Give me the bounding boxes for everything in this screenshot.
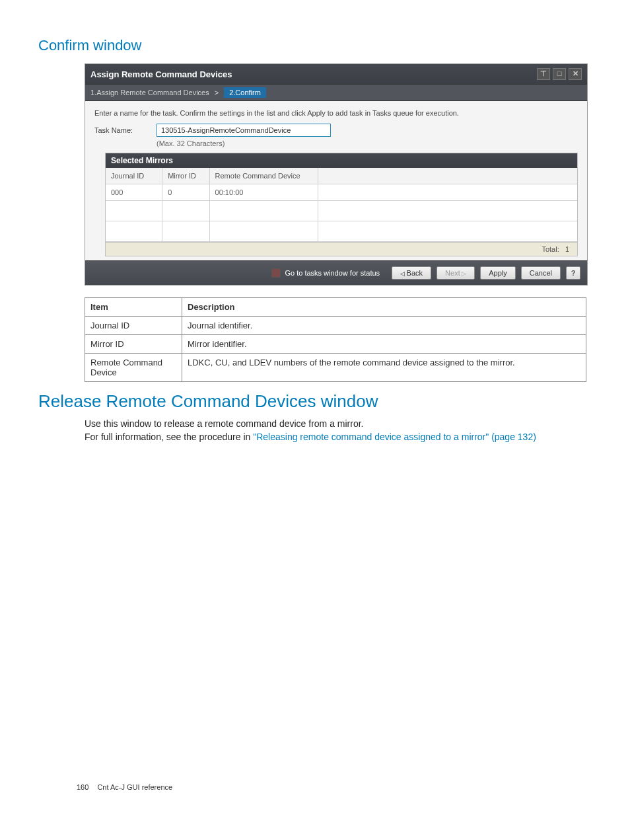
wizard-breadcrumb: 1.Assign Remote Command Devices > 2.Conf… [85, 84, 587, 101]
help-button[interactable]: ? [566, 266, 580, 280]
crumb-sep: > [215, 89, 219, 96]
section-heading-confirm: Confirm window [38, 37, 592, 54]
paragraph: For full information, see the procedure … [85, 430, 592, 443]
total-value: 1 [565, 245, 569, 253]
table-header-row: Journal ID Mirror ID Remote Command Devi… [106, 168, 577, 184]
dialog-body: Enter a name for the task. Confirm the s… [85, 101, 587, 260]
col-mirror-id: Mirror ID [162, 168, 209, 184]
task-name-input[interactable] [157, 124, 331, 137]
body-text: Use this window to release a remote comm… [85, 417, 592, 444]
dialog-title: Assign Remote Command Devices [90, 69, 537, 79]
dialog-instruction: Enter a name for the task. Confirm the s… [94, 109, 578, 117]
dialog-footer: Go to tasks window for status Back Next … [85, 260, 587, 285]
table-row [106, 201, 577, 221]
selected-mirrors-panel: Selected Mirrors Journal ID Mirror ID Re… [105, 153, 578, 243]
apply-button[interactable]: Apply [480, 266, 516, 280]
pin-icon[interactable]: ⊤ [537, 68, 550, 80]
desc-item: Mirror ID [85, 335, 182, 354]
table-row: Journal ID Journal identifier. [85, 317, 586, 335]
desc-item: Remote Command Device [85, 354, 182, 382]
selected-mirrors-table: Journal ID Mirror ID Remote Command Devi… [106, 168, 577, 242]
selected-mirrors-title: Selected Mirrors [106, 153, 577, 168]
goto-tasks-checkbox-row[interactable]: Go to tasks window for status [271, 268, 380, 278]
crumb-step1[interactable]: 1.Assign Remote Command Devices [90, 89, 209, 96]
checkbox-icon[interactable] [271, 268, 281, 278]
desc-desc: Journal identifier. [182, 317, 586, 335]
page-number: 160 [77, 783, 88, 791]
col-remote-cmd: Remote Command Device [209, 168, 318, 184]
table-row: Mirror ID Mirror identifier. [85, 335, 586, 354]
description-table: Item Description Journal ID Journal iden… [85, 297, 586, 382]
paragraph-pre: For full information, see the procedure … [85, 432, 253, 442]
goto-tasks-label: Go to tasks window for status [285, 269, 380, 277]
desc-desc: Mirror identifier. [182, 335, 586, 354]
desc-item: Journal ID [85, 317, 182, 335]
table-row [106, 221, 577, 242]
cell-journal-id: 000 [106, 184, 162, 201]
cell-spacer [318, 184, 577, 201]
back-button[interactable]: Back [392, 266, 431, 280]
cell-remote-cmd: 00:10:00 [209, 184, 318, 201]
desc-header-row: Item Description [85, 298, 586, 317]
page-footer-text: Cnt Ac-J GUI reference [97, 783, 172, 791]
table-row: Remote Command Device LDKC, CU, and LDEV… [85, 354, 586, 382]
dialog-container: Assign Remote Command Devices ⊤ □ ✕ 1.As… [85, 63, 588, 286]
total-label: Total: [542, 245, 559, 253]
maximize-icon[interactable]: □ [553, 68, 566, 80]
cancel-button[interactable]: Cancel [521, 266, 561, 280]
total-bar: Total: 1 [105, 243, 578, 256]
page-footer: 160 Cnt Ac-J GUI reference [77, 783, 172, 791]
close-icon[interactable]: ✕ [569, 68, 582, 80]
crumb-step2: 2.Confirm [224, 87, 266, 98]
desc-desc: LDKC, CU, and LDEV numbers of the remote… [182, 354, 586, 382]
col-journal-id: Journal ID [106, 168, 162, 184]
next-button: Next [437, 266, 475, 280]
cell-mirror-id: 0 [162, 184, 209, 201]
desc-col-description: Description [182, 298, 586, 317]
xref-link[interactable]: "Releasing remote command device assigne… [253, 432, 536, 442]
paragraph: Use this window to release a remote comm… [85, 417, 592, 430]
task-name-label: Task Name: [94, 124, 141, 134]
section-heading-release: Release Remote Command Devices window [38, 391, 592, 412]
dialog-titlebar: Assign Remote Command Devices ⊤ □ ✕ [85, 64, 587, 84]
col-spacer [318, 168, 577, 184]
table-row[interactable]: 000 0 00:10:00 [106, 184, 577, 201]
desc-col-item: Item [85, 298, 182, 317]
task-name-hint: (Max. 32 Characters) [157, 139, 578, 147]
